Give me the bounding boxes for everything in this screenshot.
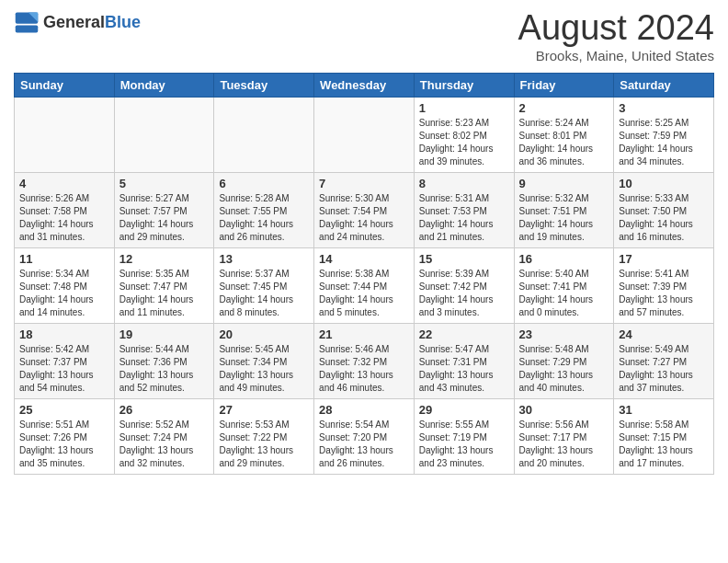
calendar-week-row: 18Sunrise: 5:42 AM Sunset: 7:37 PM Dayli… xyxy=(15,323,714,398)
day-number: 2 xyxy=(519,101,609,115)
calendar-day-cell xyxy=(15,97,115,172)
calendar-week-row: 4Sunrise: 5:26 AM Sunset: 7:58 PM Daylig… xyxy=(15,172,714,247)
day-number: 6 xyxy=(219,177,309,190)
calendar-day-cell: 2Sunrise: 5:24 AM Sunset: 8:01 PM Daylig… xyxy=(514,97,614,172)
calendar-day-cell: 20Sunrise: 5:45 AM Sunset: 7:34 PM Dayli… xyxy=(214,323,314,398)
day-info: Sunrise: 5:24 AM Sunset: 8:01 PM Dayligh… xyxy=(519,117,609,168)
calendar-day-cell: 14Sunrise: 5:38 AM Sunset: 7:44 PM Dayli… xyxy=(314,247,415,323)
svg-rect-1 xyxy=(16,26,39,33)
calendar-week-row: 25Sunrise: 5:51 AM Sunset: 7:26 PM Dayli… xyxy=(15,398,714,474)
day-number: 7 xyxy=(319,177,409,190)
calendar-week-row: 11Sunrise: 5:34 AM Sunset: 7:48 PM Dayli… xyxy=(15,247,714,323)
weekday-header-wednesday: Wednesday xyxy=(314,73,415,97)
day-info: Sunrise: 5:47 AM Sunset: 7:31 PM Dayligh… xyxy=(419,343,509,395)
month-year-title: August 2024 xyxy=(518,9,714,48)
calendar-day-cell: 9Sunrise: 5:32 AM Sunset: 7:51 PM Daylig… xyxy=(514,172,614,247)
day-info: Sunrise: 5:37 AM Sunset: 7:45 PM Dayligh… xyxy=(219,268,309,319)
logo-icon xyxy=(14,9,40,35)
weekday-header-tuesday: Tuesday xyxy=(214,73,314,97)
weekday-header-thursday: Thursday xyxy=(414,73,514,97)
calendar-day-cell: 31Sunrise: 5:58 AM Sunset: 7:15 PM Dayli… xyxy=(614,398,714,474)
day-info: Sunrise: 5:38 AM Sunset: 7:44 PM Dayligh… xyxy=(319,268,409,319)
day-info: Sunrise: 5:54 AM Sunset: 7:20 PM Dayligh… xyxy=(319,419,409,470)
calendar-day-cell: 27Sunrise: 5:53 AM Sunset: 7:22 PM Dayli… xyxy=(214,398,314,474)
day-info: Sunrise: 5:56 AM Sunset: 7:17 PM Dayligh… xyxy=(519,419,609,470)
day-number: 31 xyxy=(619,403,709,417)
calendar-day-cell xyxy=(114,97,214,172)
day-info: Sunrise: 5:45 AM Sunset: 7:34 PM Dayligh… xyxy=(219,343,309,395)
day-info: Sunrise: 5:55 AM Sunset: 7:19 PM Dayligh… xyxy=(419,419,509,470)
day-info: Sunrise: 5:42 AM Sunset: 7:37 PM Dayligh… xyxy=(19,343,109,395)
day-info: Sunrise: 5:35 AM Sunset: 7:47 PM Dayligh… xyxy=(119,268,210,319)
calendar-week-row: 1Sunrise: 5:23 AM Sunset: 8:02 PM Daylig… xyxy=(15,97,714,172)
day-number: 25 xyxy=(19,403,109,417)
calendar-day-cell xyxy=(314,97,415,172)
location-subtitle: Brooks, Maine, United States xyxy=(518,48,714,63)
day-number: 9 xyxy=(519,177,609,190)
calendar-table: SundayMondayTuesdayWednesdayThursdayFrid… xyxy=(14,73,714,475)
day-number: 18 xyxy=(19,327,109,341)
calendar-day-cell: 24Sunrise: 5:49 AM Sunset: 7:27 PM Dayli… xyxy=(614,323,714,398)
calendar-day-cell: 18Sunrise: 5:42 AM Sunset: 7:37 PM Dayli… xyxy=(15,323,115,398)
day-info: Sunrise: 5:34 AM Sunset: 7:48 PM Dayligh… xyxy=(19,268,109,319)
weekday-header-saturday: Saturday xyxy=(614,73,714,97)
weekday-header-monday: Monday xyxy=(114,73,214,97)
weekday-header-friday: Friday xyxy=(514,73,614,97)
day-number: 11 xyxy=(19,252,109,266)
day-number: 29 xyxy=(419,403,509,417)
calendar-day-cell: 8Sunrise: 5:31 AM Sunset: 7:53 PM Daylig… xyxy=(414,172,514,247)
day-number: 20 xyxy=(219,327,309,341)
calendar-day-cell: 22Sunrise: 5:47 AM Sunset: 7:31 PM Dayli… xyxy=(414,323,514,398)
calendar-day-cell: 30Sunrise: 5:56 AM Sunset: 7:17 PM Dayli… xyxy=(514,398,614,474)
day-number: 27 xyxy=(219,403,309,417)
calendar-day-cell: 6Sunrise: 5:28 AM Sunset: 7:55 PM Daylig… xyxy=(214,172,314,247)
calendar-day-cell: 13Sunrise: 5:37 AM Sunset: 7:45 PM Dayli… xyxy=(214,247,314,323)
calendar-day-cell: 7Sunrise: 5:30 AM Sunset: 7:54 PM Daylig… xyxy=(314,172,415,247)
calendar-day-cell: 1Sunrise: 5:23 AM Sunset: 8:02 PM Daylig… xyxy=(414,97,514,172)
day-number: 30 xyxy=(519,403,609,417)
day-info: Sunrise: 5:27 AM Sunset: 7:57 PM Dayligh… xyxy=(119,192,210,244)
day-number: 21 xyxy=(319,327,409,341)
day-info: Sunrise: 5:48 AM Sunset: 7:29 PM Dayligh… xyxy=(519,343,609,395)
calendar-day-cell: 23Sunrise: 5:48 AM Sunset: 7:29 PM Dayli… xyxy=(514,323,614,398)
day-info: Sunrise: 5:31 AM Sunset: 7:53 PM Dayligh… xyxy=(419,192,509,244)
day-info: Sunrise: 5:53 AM Sunset: 7:22 PM Dayligh… xyxy=(219,419,309,470)
calendar-day-cell: 21Sunrise: 5:46 AM Sunset: 7:32 PM Dayli… xyxy=(314,323,415,398)
day-number: 3 xyxy=(619,101,709,115)
calendar-day-cell: 28Sunrise: 5:54 AM Sunset: 7:20 PM Dayli… xyxy=(314,398,415,474)
day-number: 13 xyxy=(219,252,309,266)
day-number: 17 xyxy=(619,252,709,266)
day-number: 14 xyxy=(319,252,409,266)
day-info: Sunrise: 5:26 AM Sunset: 7:58 PM Dayligh… xyxy=(19,192,109,244)
page-header: GeneralBlue August 2024 Brooks, Maine, U… xyxy=(14,9,714,63)
title-block: August 2024 Brooks, Maine, United States xyxy=(518,9,714,63)
calendar-day-cell: 17Sunrise: 5:41 AM Sunset: 7:39 PM Dayli… xyxy=(614,247,714,323)
calendar-day-cell: 26Sunrise: 5:52 AM Sunset: 7:24 PM Dayli… xyxy=(114,398,214,474)
day-info: Sunrise: 5:41 AM Sunset: 7:39 PM Dayligh… xyxy=(619,268,709,319)
calendar-day-cell: 10Sunrise: 5:33 AM Sunset: 7:50 PM Dayli… xyxy=(614,172,714,247)
day-info: Sunrise: 5:44 AM Sunset: 7:36 PM Dayligh… xyxy=(119,343,210,395)
day-info: Sunrise: 5:32 AM Sunset: 7:51 PM Dayligh… xyxy=(519,192,609,244)
day-info: Sunrise: 5:23 AM Sunset: 8:02 PM Dayligh… xyxy=(419,117,509,168)
day-info: Sunrise: 5:30 AM Sunset: 7:54 PM Dayligh… xyxy=(319,192,409,244)
day-info: Sunrise: 5:33 AM Sunset: 7:50 PM Dayligh… xyxy=(619,192,709,244)
day-info: Sunrise: 5:51 AM Sunset: 7:26 PM Dayligh… xyxy=(19,419,109,470)
day-number: 19 xyxy=(119,327,210,341)
day-number: 23 xyxy=(519,327,609,341)
day-info: Sunrise: 5:28 AM Sunset: 7:55 PM Dayligh… xyxy=(219,192,309,244)
calendar-day-cell xyxy=(214,97,314,172)
day-number: 26 xyxy=(119,403,210,417)
day-number: 12 xyxy=(119,252,210,266)
logo-blue: Blue xyxy=(105,13,141,31)
day-number: 28 xyxy=(319,403,409,417)
weekday-header-row: SundayMondayTuesdayWednesdayThursdayFrid… xyxy=(15,73,714,97)
calendar-day-cell: 25Sunrise: 5:51 AM Sunset: 7:26 PM Dayli… xyxy=(15,398,115,474)
day-info: Sunrise: 5:52 AM Sunset: 7:24 PM Dayligh… xyxy=(119,419,210,470)
logo: GeneralBlue xyxy=(14,9,141,35)
day-number: 22 xyxy=(419,327,509,341)
calendar-day-cell: 19Sunrise: 5:44 AM Sunset: 7:36 PM Dayli… xyxy=(114,323,214,398)
day-info: Sunrise: 5:39 AM Sunset: 7:42 PM Dayligh… xyxy=(419,268,509,319)
calendar-day-cell: 11Sunrise: 5:34 AM Sunset: 7:48 PM Dayli… xyxy=(15,247,115,323)
day-number: 10 xyxy=(619,177,709,190)
day-number: 1 xyxy=(419,101,509,115)
